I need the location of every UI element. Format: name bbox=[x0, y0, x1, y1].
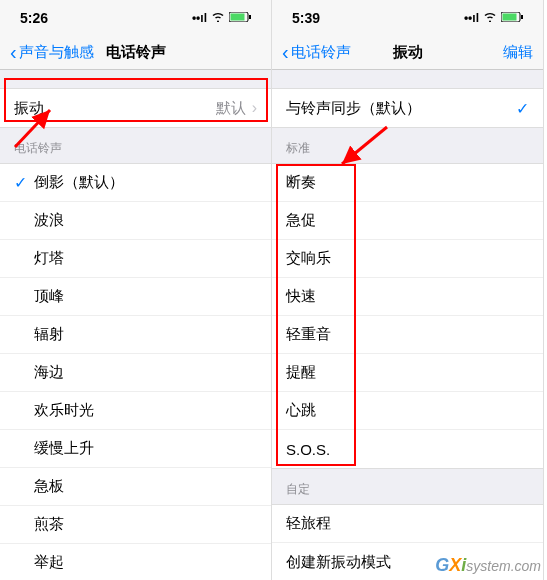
row-label: 灯塔 bbox=[34, 249, 257, 268]
back-button[interactable]: ‹ 声音与触感 bbox=[10, 41, 94, 64]
row-label: 提醒 bbox=[286, 363, 529, 382]
nav-bar: ‹ 声音与触感 电话铃声 bbox=[0, 36, 271, 70]
ringtone-row[interactable]: 灯塔 bbox=[0, 240, 271, 278]
wifi-icon bbox=[211, 11, 225, 25]
pattern-row[interactable]: 交响乐 bbox=[272, 240, 543, 278]
row-label: 振动 bbox=[14, 99, 216, 118]
svg-rect-2 bbox=[249, 15, 251, 19]
row-label: 举起 bbox=[34, 553, 257, 572]
row-label: 煎茶 bbox=[34, 515, 257, 534]
sync-row[interactable]: 与铃声同步（默认） ✓ bbox=[272, 89, 543, 127]
ringtone-row[interactable]: ✓倒影（默认） bbox=[0, 164, 271, 202]
wifi-icon bbox=[483, 11, 497, 25]
row-label: 断奏 bbox=[286, 173, 529, 192]
chevron-left-icon: ‹ bbox=[10, 41, 17, 64]
battery-icon bbox=[229, 11, 251, 25]
section-header: 标准 bbox=[272, 128, 543, 163]
signal-icon: ••ıl bbox=[192, 11, 207, 25]
vibration-row[interactable]: 振动 默认 › bbox=[0, 89, 271, 127]
pattern-row[interactable]: 提醒 bbox=[272, 354, 543, 392]
status-bar: 5:39 ••ıl bbox=[272, 0, 543, 36]
edit-button[interactable]: 编辑 bbox=[503, 43, 533, 62]
ringtone-row[interactable]: 举起 bbox=[0, 544, 271, 580]
ringtone-row[interactable]: 欢乐时光 bbox=[0, 392, 271, 430]
svg-rect-1 bbox=[231, 14, 245, 21]
row-label: 轻重音 bbox=[286, 325, 529, 344]
row-label: 轻旅程 bbox=[286, 514, 529, 533]
row-label: 欢乐时光 bbox=[34, 401, 257, 420]
row-label: 交响乐 bbox=[286, 249, 529, 268]
chevron-left-icon: ‹ bbox=[282, 41, 289, 64]
ringtone-list: ✓倒影（默认）波浪灯塔顶峰辐射海边欢乐时光缓慢上升急板煎茶举起开场雷达 bbox=[0, 163, 271, 580]
watermark: GXisystem.com bbox=[435, 555, 541, 576]
svg-rect-5 bbox=[503, 14, 517, 21]
signal-icon: ••ıl bbox=[464, 11, 479, 25]
status-icons: ••ıl bbox=[464, 11, 523, 25]
pattern-row[interactable]: 急促 bbox=[272, 202, 543, 240]
sync-section: 与铃声同步（默认） ✓ bbox=[272, 88, 543, 128]
checkmark-icon: ✓ bbox=[14, 173, 34, 192]
pattern-list: 断奏急促交响乐快速轻重音提醒心跳S.O.S. bbox=[272, 163, 543, 469]
section-header: 电话铃声 bbox=[0, 128, 271, 163]
nav-title: 振动 bbox=[393, 43, 423, 62]
ringtone-row[interactable]: 波浪 bbox=[0, 202, 271, 240]
ringtone-row[interactable]: 顶峰 bbox=[0, 278, 271, 316]
row-label: 波浪 bbox=[34, 211, 257, 230]
row-label: 顶峰 bbox=[34, 287, 257, 306]
nav-bar: ‹ 电话铃声 振动 编辑 bbox=[272, 36, 543, 70]
svg-rect-6 bbox=[521, 15, 523, 19]
pattern-row[interactable]: 快速 bbox=[272, 278, 543, 316]
battery-icon bbox=[501, 11, 523, 25]
pattern-row[interactable]: 轻重音 bbox=[272, 316, 543, 354]
vibration-section: 振动 默认 › bbox=[0, 88, 271, 128]
row-label: 倒影（默认） bbox=[34, 173, 257, 192]
row-label: 与铃声同步（默认） bbox=[286, 99, 516, 118]
row-label: 快速 bbox=[286, 287, 529, 306]
status-time: 5:26 bbox=[20, 10, 192, 26]
ringtone-row[interactable]: 煎茶 bbox=[0, 506, 271, 544]
back-label: 电话铃声 bbox=[291, 43, 351, 62]
status-bar: 5:26 ••ıl bbox=[0, 0, 271, 36]
row-label: S.O.S. bbox=[286, 441, 529, 458]
ringtone-row[interactable]: 海边 bbox=[0, 354, 271, 392]
checkmark-icon: ✓ bbox=[516, 99, 529, 118]
nav-title: 电话铃声 bbox=[106, 43, 166, 62]
status-time: 5:39 bbox=[292, 10, 464, 26]
row-label: 海边 bbox=[34, 363, 257, 382]
pattern-row[interactable]: 心跳 bbox=[272, 392, 543, 430]
phone-right: 5:39 ••ıl ‹ 电话铃声 振动 编辑 与铃声同步（默认） ✓ 标准 断奏… bbox=[272, 0, 544, 580]
row-label: 急板 bbox=[34, 477, 257, 496]
ringtone-row[interactable]: 缓慢上升 bbox=[0, 430, 271, 468]
row-detail: 默认 bbox=[216, 99, 246, 118]
pattern-row[interactable]: S.O.S. bbox=[272, 430, 543, 468]
row-label: 心跳 bbox=[286, 401, 529, 420]
pattern-row[interactable]: 断奏 bbox=[272, 164, 543, 202]
row-label: 辐射 bbox=[34, 325, 257, 344]
ringtone-row[interactable]: 辐射 bbox=[0, 316, 271, 354]
chevron-right-icon: › bbox=[252, 99, 257, 117]
back-button[interactable]: ‹ 电话铃声 bbox=[282, 41, 351, 64]
row-label: 缓慢上升 bbox=[34, 439, 257, 458]
row-label: 急促 bbox=[286, 211, 529, 230]
phone-left: 5:26 ••ıl ‹ 声音与触感 电话铃声 振动 默认 › 电话铃声 ✓倒影（… bbox=[0, 0, 272, 580]
section-header: 自定 bbox=[272, 469, 543, 504]
back-label: 声音与触感 bbox=[19, 43, 94, 62]
status-icons: ••ıl bbox=[192, 11, 251, 25]
custom-row[interactable]: 轻旅程 bbox=[272, 505, 543, 543]
ringtone-row[interactable]: 急板 bbox=[0, 468, 271, 506]
